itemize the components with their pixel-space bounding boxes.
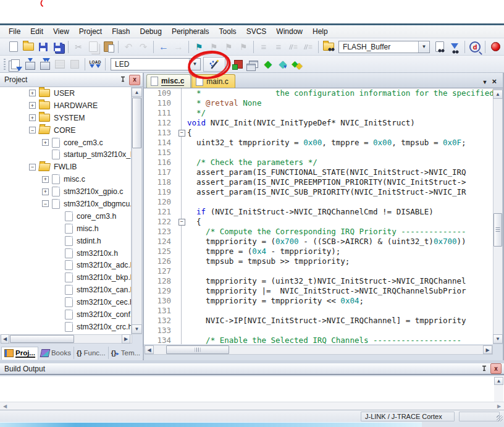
tree-item[interactable]: stm32f10x_can.h [0,284,131,296]
document-tab-misc-c[interactable]: misc.c [146,74,191,88]
collapse-icon[interactable]: − [42,200,49,207]
menu-edit[interactable]: Edit [25,26,48,37]
scroll-right-icon[interactable]: ▶ [483,345,492,354]
manage-windows-icon[interactable] [246,57,261,71]
tree-item[interactable]: startup_stm32f10x_h [0,148,131,161]
bookmark-icon[interactable] [191,40,206,54]
tree-item[interactable]: stm32f10x_bkp.h [0,271,131,284]
menu-tools[interactable]: Tools [214,26,242,37]
tree-item[interactable]: misc.h [0,222,131,235]
panel-tab-func[interactable]: Func... [74,347,109,359]
tab-list-dropdown-icon[interactable]: ▼ [482,79,492,88]
menu-view[interactable]: View [48,26,74,37]
panel-tab-tem[interactable]: Tem... [109,347,143,359]
fold-collapse-icon[interactable]: − [178,219,185,226]
indent-right-icon [271,40,286,54]
target-combobox[interactable]: LED▼ [111,58,201,70]
tree-item[interactable]: stdint.h [0,235,131,247]
build-icon[interactable] [23,57,38,71]
new-file-icon[interactable] [6,40,21,54]
nav-back-icon[interactable] [156,40,171,54]
build-output-hscrollbar[interactable]: ◀ ▶ [0,402,504,410]
scroll-left-icon[interactable]: ◀ [145,345,154,354]
tree-item[interactable]: stm32f10x_adc.h [0,259,131,271]
diamond-green-icon[interactable] [261,57,275,71]
build-output-vscrollbar[interactable]: ▲ [494,377,503,402]
menu-svcs[interactable]: SVCS [242,26,272,37]
menu-file[interactable]: File [4,26,25,37]
pin-icon[interactable] [479,364,489,373]
tree-item[interactable]: +stm32f10x_gpio.c [0,185,131,198]
panel-tab-proj[interactable]: Proj... [1,347,38,360]
editor-hscroll-thumb[interactable] [166,345,229,354]
expand-icon[interactable]: + [29,114,36,121]
document-tab-main-c[interactable]: main.c [191,74,235,88]
tree-item[interactable]: stm32f10x_crc.h [0,321,131,333]
collapse-icon[interactable]: − [29,127,36,133]
tree-item[interactable]: +misc.c [0,173,131,185]
project-vscroll-thumb[interactable] [132,98,141,148]
pin-icon[interactable] [118,75,128,85]
load-flash-icon[interactable]: LOAD [88,57,103,71]
tree-item[interactable]: stm32f10x.h [0,247,131,260]
tab-close-icon[interactable]: × [492,77,503,88]
tree-item[interactable]: stm32f10x_conf.l [0,308,131,321]
scroll-down-icon[interactable]: ▼ [132,324,142,334]
code-line: 117 assert_param(IS_FUNCTIONAL_STATE(NVI… [144,167,493,177]
fold-collapse-icon[interactable]: − [178,130,185,137]
scroll-up-icon[interactable]: ▲ [132,88,142,97]
collapse-icon[interactable]: − [29,164,36,171]
tree-item[interactable]: stm32f10x_cec.h [0,296,131,308]
menu-project[interactable]: Project [74,26,107,37]
scroll-up-icon[interactable]: ▲ [493,90,503,99]
expand-icon[interactable]: + [42,139,49,146]
scroll-right-icon[interactable]: ▶ [122,334,130,344]
tree-item[interactable]: −FWLIB [0,161,131,173]
code-area[interactable]: 109 * the configuration information for … [144,88,493,344]
chevron-down-icon[interactable]: ▼ [418,41,429,53]
editor-vscroll-thumb[interactable] [494,213,502,247]
rebuild-icon[interactable] [38,57,52,71]
project-panel-header: Project x [0,73,143,87]
debug-session-icon[interactable] [468,40,482,54]
find-next-icon[interactable] [432,40,447,54]
project-close-icon[interactable]: x [129,75,140,85]
manage-rte-icon[interactable] [231,57,246,71]
diamond-funnel-icon[interactable] [275,57,290,71]
expand-icon[interactable]: + [29,90,36,96]
build-output-close-icon[interactable]: x [490,363,502,374]
chevron-down-icon[interactable]: ▼ [189,59,200,70]
open-folder-icon[interactable] [21,40,36,54]
ball-red-icon[interactable] [488,40,503,54]
tree-item[interactable]: −CORE [0,124,131,137]
incr-find-icon[interactable] [447,40,462,54]
scroll-down-icon[interactable]: ▼ [493,334,503,344]
expand-icon[interactable]: + [29,102,36,109]
tree-item[interactable]: +SYSTEM [0,112,131,124]
build-output-content[interactable] [0,376,504,402]
expand-icon[interactable]: + [42,176,49,183]
find-combobox[interactable]: FLASH_Buffer▼ [338,41,430,53]
tree-item[interactable]: +HARDWARE [0,99,131,112]
panel-tab-books[interactable]: Books [38,347,74,359]
menu-help[interactable]: Help [308,26,333,37]
menu-debug[interactable]: Debug [135,26,167,37]
paste-icon[interactable] [101,40,116,54]
menu-window[interactable]: Window [271,26,308,37]
scroll-left-icon[interactable]: ◀ [1,334,9,344]
tree-item[interactable]: +USER [0,87,131,99]
menu-peripherals[interactable]: Peripherals [167,26,214,37]
menu-flash[interactable]: Flash [107,26,135,37]
tree-item[interactable]: −stm32f10x_dbgmcu. [0,198,131,210]
find-in-files-icon[interactable] [321,40,336,54]
options-wand-icon[interactable] [203,57,225,72]
tree-item[interactable]: core_cm3.h [0,210,131,222]
diamonds-multi-icon[interactable] [290,57,305,71]
save-all-icon[interactable] [51,40,65,54]
tree-item[interactable]: +core_cm3.c [0,137,131,149]
project-hscroll-thumb[interactable] [10,335,74,343]
translate-icon[interactable] [8,57,23,71]
resize-grip[interactable] [497,415,503,421]
save-icon[interactable] [36,40,51,54]
expand-icon[interactable]: + [42,188,49,195]
